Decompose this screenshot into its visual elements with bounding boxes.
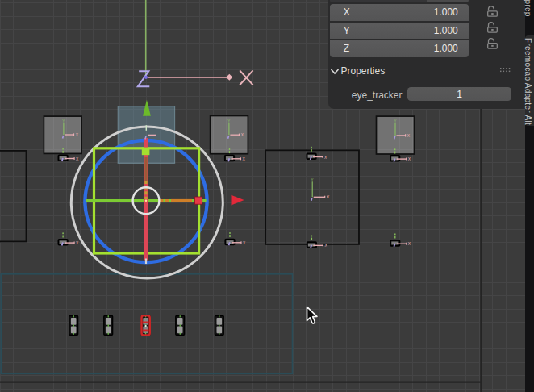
svg-text:X: X bbox=[327, 194, 330, 199]
svg-text:X: X bbox=[76, 156, 79, 161]
svg-text:X: X bbox=[324, 155, 327, 160]
svg-text:Y: Y bbox=[394, 119, 396, 123]
svg-text:Y: Y bbox=[227, 119, 230, 123]
svg-text:X: X bbox=[243, 156, 246, 161]
svg-text:X: X bbox=[76, 240, 79, 245]
svg-text:Y: Y bbox=[62, 119, 65, 123]
svg-text:X: X bbox=[408, 156, 411, 161]
svg-text:Y: Y bbox=[311, 178, 314, 182]
